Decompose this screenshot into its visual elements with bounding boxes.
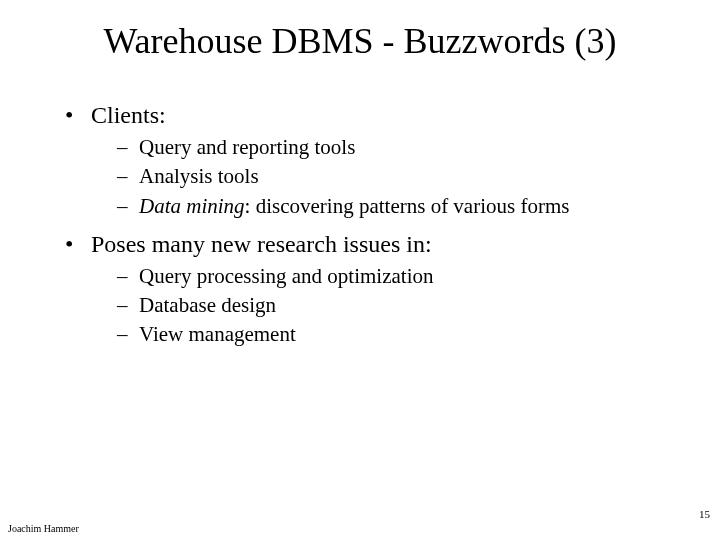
bullet-text: Poses many new research issues in: (91, 229, 432, 259)
bullet-text: Clients: (91, 100, 166, 130)
sub-text: Data mining: discovering patterns of var… (139, 193, 569, 219)
sub-item: – Query and reporting tools (117, 134, 680, 160)
sub-text: Database design (139, 292, 276, 318)
bullet-list: • Clients: – Query and reporting tools –… (65, 100, 680, 348)
sub-text: View management (139, 321, 296, 347)
bullet-dot-icon: • (65, 229, 91, 259)
dash-icon: – (117, 193, 139, 219)
sub-list: – Query and reporting tools – Analysis t… (117, 134, 680, 219)
italic-lead: Data mining (139, 194, 245, 218)
sub-text: Analysis tools (139, 163, 259, 189)
dash-icon: – (117, 321, 139, 347)
sub-text: Query processing and optimization (139, 263, 434, 289)
sub-list: – Query processing and optimization – Da… (117, 263, 680, 348)
sub-item: – Database design (117, 292, 680, 318)
sub-item: – Data mining: discovering patterns of v… (117, 193, 680, 219)
dash-icon: – (117, 292, 139, 318)
dash-icon: – (117, 134, 139, 160)
footer-author: Joachim Hammer (8, 523, 79, 534)
sub-text: Query and reporting tools (139, 134, 355, 160)
dash-icon: – (117, 263, 139, 289)
bullet-item: • Clients: – Query and reporting tools –… (65, 100, 680, 219)
sub-text-rest: : discovering patterns of various forms (245, 194, 570, 218)
bullet-dot-icon: • (65, 100, 91, 130)
slide-title: Warehouse DBMS - Buzzwords (3) (0, 20, 720, 62)
slide-body: • Clients: – Query and reporting tools –… (65, 100, 680, 358)
sub-item: – View management (117, 321, 680, 347)
bullet-item: • Poses many new research issues in: – Q… (65, 229, 680, 348)
footer-page-number: 15 (699, 508, 710, 520)
sub-item: – Query processing and optimization (117, 263, 680, 289)
slide: Warehouse DBMS - Buzzwords (3) • Clients… (0, 0, 720, 540)
dash-icon: – (117, 163, 139, 189)
sub-item: – Analysis tools (117, 163, 680, 189)
